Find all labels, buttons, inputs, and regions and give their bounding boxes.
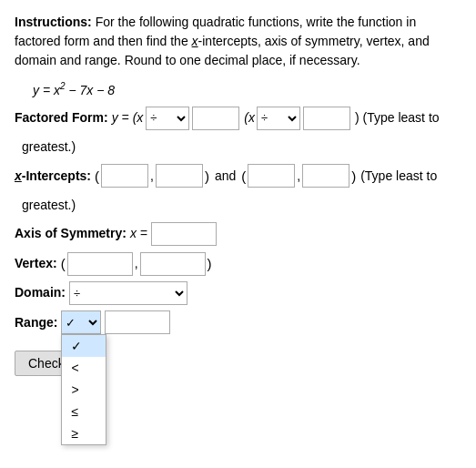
equation-row: y = x2 − 7x − 8 [33, 81, 461, 97]
range-option-check[interactable]: ✓ [62, 335, 106, 357]
factored-value-2[interactable] [303, 107, 350, 130]
domain-label: Domain: [15, 281, 66, 304]
range-dropdown: ✓ < > ≤ ≥ [61, 334, 106, 445]
x-int-comma1: , [150, 165, 154, 188]
x-int-type-note: (Type least to [360, 165, 437, 188]
x-int-and: and [215, 165, 236, 188]
factored-sym-select-1[interactable]: ÷ < > ≤ ≥ [146, 107, 189, 130]
range-option-gte[interactable]: ≥ [62, 422, 106, 444]
factored-value-1[interactable] [192, 107, 239, 130]
vertex-label: Vertex: [15, 252, 57, 275]
range-option-lte[interactable]: ≤ [62, 401, 106, 422]
factored-form-row: Factored Form: y = (x ÷ < > ≤ ≥ (x ÷ < >… [15, 107, 461, 130]
instructions-label: Instructions: [15, 15, 92, 29]
x-intercepts-row: x-Intercepts: ( , ) and ( , ) (Type leas… [15, 164, 461, 188]
factored-greatest-row: greatest.) [15, 136, 461, 158]
equation-text: y = x2 − 7x − 8 [33, 83, 115, 97]
x-int-open2: ( [241, 164, 246, 188]
x-int-val2a[interactable] [248, 164, 295, 188]
factored-close-paren-2: ) (Type least to [355, 107, 440, 129]
x-int-close1: ) [205, 164, 209, 188]
vertex-comma: , [135, 252, 138, 275]
factored-form-label: Factored Form: [15, 107, 108, 129]
x-int-val2b[interactable] [302, 164, 349, 188]
range-sym-select[interactable]: ✓ < > ≤ ≥ [61, 310, 101, 334]
range-option-lt[interactable]: < [62, 357, 106, 379]
range-label: Range: [15, 310, 57, 334]
x-int-comma2: , [297, 165, 300, 188]
x-int-open1: ( [95, 164, 99, 188]
domain-row: Domain: ÷ all real numbers x > 0 x < 0 x… [15, 281, 461, 305]
axis-x-eq: x = [130, 222, 147, 245]
factored-close-paren-1: (x [244, 107, 255, 129]
instructions-block: Instructions: For the following quadrati… [15, 13, 461, 70]
factored-greatest-label: greatest.) [22, 136, 76, 158]
domain-select[interactable]: ÷ all real numbers x > 0 x < 0 x ≥ 0 x ≤… [69, 281, 187, 305]
x-int-val1b[interactable] [156, 164, 203, 188]
x-intercepts-label: x-Intercepts: [15, 165, 91, 188]
vertex-x[interactable] [67, 252, 133, 276]
vertex-close: ) [208, 251, 212, 276]
range-value[interactable] [105, 310, 170, 334]
vertex-y[interactable] [140, 252, 206, 276]
instructions-x: x [192, 34, 198, 48]
x-int-close2: ) [351, 164, 356, 188]
factored-y-eq: y = (x [112, 107, 144, 129]
axis-label: Axis of Symmetry: [15, 222, 127, 245]
range-option-gt[interactable]: > [62, 379, 106, 401]
axis-of-symmetry-row: Axis of Symmetry: x = [15, 222, 461, 246]
x-int-val1a[interactable] [101, 164, 148, 188]
factored-sym-select-2[interactable]: ÷ < > ≤ ≥ [257, 107, 300, 130]
vertex-open: ( [61, 251, 66, 276]
x-int-greatest-row: greatest.) [15, 194, 461, 217]
x-int-greatest-label: greatest.) [22, 194, 76, 217]
axis-value[interactable] [151, 222, 217, 246]
vertex-row: Vertex: ( , ) [15, 251, 461, 276]
range-row: Range: ✓ < > ≤ ≥ ✓ < > ≤ ≥ [15, 310, 461, 334]
